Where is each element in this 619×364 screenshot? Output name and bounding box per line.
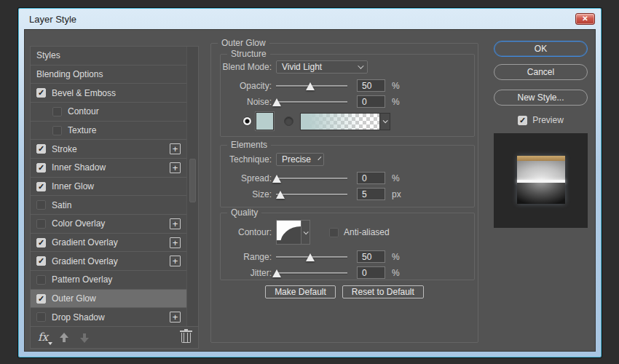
slider-thumb[interactable] bbox=[306, 253, 315, 261]
sidebar-item-label: Stroke bbox=[52, 144, 77, 154]
sidebar-scrollbar[interactable] bbox=[186, 47, 198, 326]
opacity-unit: % bbox=[392, 81, 400, 91]
sidebar-toolbar: fx bbox=[31, 326, 198, 348]
sidebar-item-label: Contour bbox=[68, 106, 99, 116]
styles-sidebar: StylesBlending Options✓Bevel & EmbossCon… bbox=[30, 46, 199, 349]
style-checkbox[interactable]: ✓ bbox=[36, 256, 46, 266]
new-style-button[interactable]: New Style... bbox=[494, 90, 588, 106]
sidebar-item-stroke[interactable]: ✓Stroke+ bbox=[31, 140, 186, 159]
sidebar-item-pattern-overlay[interactable]: Pattern Overlay bbox=[31, 271, 186, 290]
sidebar-item-drop-shadow[interactable]: Drop Shadow+ bbox=[31, 308, 186, 326]
style-checkbox[interactable]: ✓ bbox=[36, 294, 46, 304]
preview-label: Preview bbox=[532, 115, 564, 125]
style-checkbox[interactable] bbox=[52, 126, 62, 135]
move-up-icon[interactable] bbox=[60, 333, 68, 343]
scrollbar-thumb[interactable] bbox=[189, 159, 196, 202]
slider-thumb[interactable] bbox=[272, 269, 281, 277]
sidebar-item-color-overlay[interactable]: Color Overlay+ bbox=[31, 215, 186, 234]
style-checkbox[interactable]: ✓ bbox=[36, 144, 46, 154]
style-checkbox[interactable] bbox=[52, 107, 62, 116]
slider-thumb[interactable] bbox=[276, 191, 285, 199]
preview-checkbox[interactable]: ✓ bbox=[518, 116, 527, 125]
style-checkbox[interactable] bbox=[36, 312, 46, 322]
opacity-input[interactable]: 50 bbox=[357, 79, 385, 92]
jitter-input[interactable]: 0 bbox=[357, 266, 385, 279]
reset-to-default-button[interactable]: Reset to Default bbox=[342, 285, 424, 298]
contour-thumbnail-icon[interactable] bbox=[276, 220, 301, 245]
move-down-icon[interactable] bbox=[80, 333, 89, 343]
sidebar-item-texture[interactable]: Texture bbox=[31, 122, 186, 141]
add-instance-button[interactable]: + bbox=[170, 312, 181, 323]
quality-group: Quality Contour: Anti-aliased bbox=[220, 213, 475, 280]
gradient-picker-arrow[interactable] bbox=[380, 113, 390, 130]
sidebar-item-styles[interactable]: Styles bbox=[31, 47, 186, 66]
sidebar-item-label: Pattern Overlay bbox=[52, 274, 112, 285]
add-instance-button[interactable]: + bbox=[170, 143, 181, 154]
add-instance-button[interactable]: + bbox=[170, 162, 181, 173]
close-icon[interactable]: ✕ bbox=[575, 13, 595, 25]
noise-input[interactable]: 0 bbox=[357, 95, 385, 108]
delete-effect-icon[interactable] bbox=[181, 333, 191, 343]
sidebar-item-gradient-overlay[interactable]: ✓Gradient Overlay+ bbox=[31, 252, 186, 271]
slider-thumb[interactable] bbox=[272, 98, 281, 106]
range-input[interactable]: 50 bbox=[357, 250, 385, 263]
panel-title: Outer Glow bbox=[218, 38, 269, 48]
solid-color-radio[interactable] bbox=[243, 116, 252, 126]
sidebar-item-label: Color Overlay bbox=[52, 218, 105, 229]
elements-group: Elements Technique: Precise Spread: 0 % bbox=[220, 145, 475, 207]
glow-gradient-bar[interactable] bbox=[300, 113, 380, 130]
technique-select[interactable]: Precise bbox=[276, 153, 324, 166]
make-default-button[interactable]: Make Default bbox=[265, 285, 336, 298]
slider-thumb[interactable] bbox=[306, 82, 315, 90]
style-checkbox[interactable]: ✓ bbox=[36, 163, 46, 173]
jitter-slider[interactable] bbox=[276, 267, 347, 279]
sidebar-item-label: Satin bbox=[52, 200, 71, 210]
style-preview-panel bbox=[494, 133, 588, 228]
slider-thumb[interactable] bbox=[272, 175, 281, 183]
spread-slider[interactable] bbox=[276, 173, 347, 184]
sidebar-item-gradient-overlay[interactable]: ✓Gradient Overlay+ bbox=[31, 234, 186, 253]
glow-color-swatch[interactable] bbox=[256, 112, 274, 130]
size-input[interactable]: 5 bbox=[357, 188, 385, 200]
sidebar-item-label: Gradient Overlay bbox=[52, 256, 118, 266]
range-slider[interactable] bbox=[276, 251, 347, 263]
elements-legend: Elements bbox=[227, 140, 271, 150]
sidebar-item-satin[interactable]: Satin bbox=[31, 196, 186, 215]
style-checkbox[interactable]: ✓ bbox=[36, 88, 46, 98]
contour-picker[interactable] bbox=[276, 220, 310, 245]
sidebar-item-inner-shadow[interactable]: ✓Inner Shadow+ bbox=[31, 159, 186, 178]
dialog-title: Layer Style bbox=[29, 14, 76, 25]
style-checkbox[interactable]: ✓ bbox=[36, 182, 46, 191]
sidebar-item-inner-glow[interactable]: ✓Inner Glow bbox=[31, 178, 186, 197]
style-checkbox[interactable]: ✓ bbox=[36, 238, 46, 248]
style-checkbox[interactable] bbox=[36, 200, 46, 210]
gradient-radio[interactable] bbox=[284, 116, 293, 126]
sidebar-item-blending-options[interactable]: Blending Options bbox=[31, 66, 186, 84]
blend-mode-select[interactable]: Vivid Light bbox=[276, 60, 368, 74]
blend-mode-label: Blend Mode: bbox=[221, 62, 272, 72]
fx-menu-icon[interactable]: fx bbox=[38, 332, 48, 343]
technique-value: Precise bbox=[282, 154, 311, 165]
add-instance-button[interactable]: + bbox=[170, 256, 181, 266]
contour-dropdown-arrow[interactable] bbox=[301, 220, 310, 245]
cancel-button[interactable]: Cancel bbox=[494, 64, 588, 80]
chevron-down-icon bbox=[318, 157, 321, 160]
add-instance-button[interactable]: + bbox=[170, 218, 181, 229]
add-instance-button[interactable]: + bbox=[170, 237, 181, 248]
anti-aliased-checkbox[interactable] bbox=[329, 228, 339, 237]
title-bar[interactable]: Layer Style ✕ bbox=[19, 9, 601, 29]
range-label: Range: bbox=[221, 252, 272, 262]
sidebar-item-label: Bevel & Emboss bbox=[52, 88, 116, 98]
size-slider[interactable] bbox=[276, 189, 347, 200]
style-checkbox[interactable] bbox=[36, 275, 46, 285]
sidebar-item-bevel-emboss[interactable]: ✓Bevel & Emboss bbox=[31, 84, 186, 103]
opacity-slider[interactable] bbox=[276, 80, 347, 92]
spread-input[interactable]: 0 bbox=[357, 172, 385, 184]
sidebar-item-outer-glow[interactable]: ✓Outer Glow bbox=[31, 290, 186, 309]
sidebar-item-contour[interactable]: Contour bbox=[31, 103, 186, 122]
ok-button[interactable]: OK bbox=[494, 41, 588, 57]
style-preview-thumbnail bbox=[517, 156, 565, 204]
style-checkbox[interactable] bbox=[36, 219, 46, 229]
structure-legend: Structure bbox=[227, 49, 270, 59]
noise-slider[interactable] bbox=[276, 96, 347, 108]
